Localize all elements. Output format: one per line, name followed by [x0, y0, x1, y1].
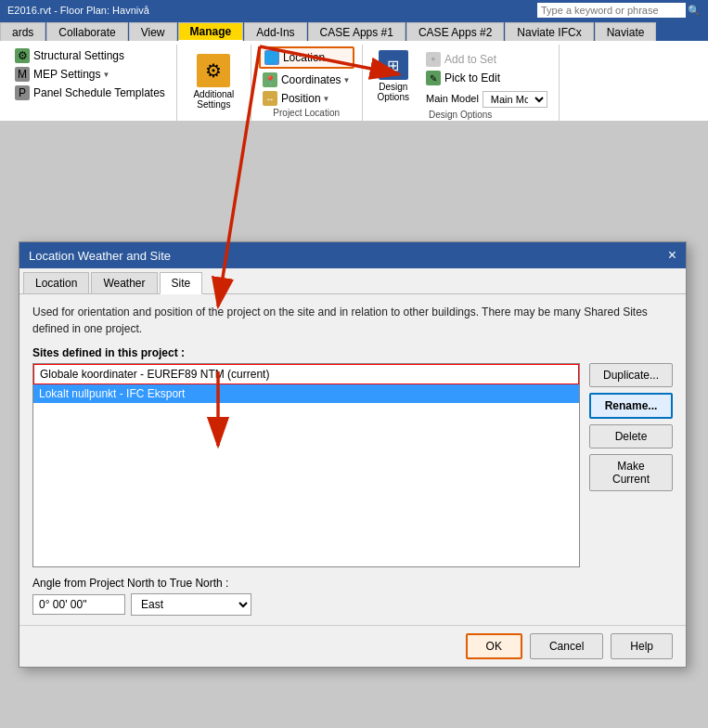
- additional-settings-icon: ⚙: [197, 54, 230, 87]
- mep-dropdown-icon: ▼: [102, 71, 109, 79]
- dialog-title-bar: Location Weather and Site ×: [19, 242, 686, 268]
- tab-case2[interactable]: CASE Apps #2: [406, 22, 504, 41]
- dialog-title: Location Weather and Site: [29, 249, 171, 263]
- location-group-label: Project Location: [273, 108, 340, 120]
- mep-icon: M: [15, 67, 30, 82]
- ribbon-group-additional: ⚙ AdditionalSettings: [177, 45, 251, 121]
- panel-icon: P: [15, 85, 30, 100]
- panel-schedule-button[interactable]: P Panel Schedule Templates: [11, 84, 169, 102]
- add-to-set-icon: +: [426, 52, 441, 67]
- ribbon-group-location: 🌐 Location 📍 Coordinates ▼ ↔ Position ▼ …: [251, 45, 363, 121]
- tab-location[interactable]: Location: [23, 272, 89, 293]
- mep-settings-button[interactable]: M MEP Settings ▼: [11, 65, 169, 84]
- angle-section: Angle from Project North to True North :…: [32, 577, 673, 616]
- title-bar: E2016.rvt - Floor Plan: Havnivå 🔍: [0, 0, 708, 20]
- angle-input[interactable]: [32, 594, 125, 615]
- ribbon-group-design-options: ⊞ DesignOptions + Add to Set ✎ Pick to E…: [363, 45, 560, 121]
- additional-settings-button[interactable]: ⚙ AdditionalSettings: [185, 50, 243, 113]
- structural-settings-button[interactable]: ⚙ Structural Settings: [11, 46, 169, 65]
- search-icon: 🔍: [688, 5, 701, 17]
- dialog-content: Used for orientation and position of the…: [19, 294, 686, 625]
- sites-list[interactable]: Globale koordinater - EUREF89 NTM (curre…: [32, 363, 580, 567]
- coordinates-dropdown-icon: ▼: [343, 76, 351, 84]
- help-button[interactable]: Help: [611, 633, 673, 659]
- design-options-button[interactable]: ⊞ DesignOptions: [370, 46, 417, 106]
- angle-row: East West: [32, 593, 673, 616]
- coordinates-button[interactable]: 📍 Coordinates ▼: [259, 71, 354, 89]
- rename-button[interactable]: Rename...: [589, 393, 673, 419]
- coordinates-icon: 📍: [263, 72, 277, 87]
- tab-naviate-ifcx[interactable]: Naviate IFCx: [505, 22, 593, 41]
- tab-manage[interactable]: Manage: [178, 22, 244, 41]
- angle-label: Angle from Project North to True North :: [32, 577, 673, 590]
- position-button[interactable]: ↔ Position ▼: [259, 89, 354, 108]
- struct-icon: ⚙: [15, 48, 30, 63]
- search-input[interactable]: [537, 3, 686, 18]
- dialog-description: Used for orientation and position of the…: [32, 304, 673, 337]
- pick-to-edit-button[interactable]: ✎ Pick to Edit: [422, 69, 551, 87]
- dialog-footer: OK Cancel Help: [19, 625, 686, 667]
- design-options-icon: ⊞: [379, 50, 408, 80]
- globe-icon: 🌐: [264, 50, 279, 65]
- location-button[interactable]: 🌐 Location: [259, 46, 354, 69]
- tab-ards[interactable]: ards: [0, 22, 45, 41]
- duplicate-button[interactable]: Duplicate...: [589, 363, 673, 387]
- ribbon-group-structural: ⚙ Structural Settings M MEP Settings ▼ P…: [4, 45, 177, 121]
- tab-addins[interactable]: Add-Ins: [244, 22, 306, 41]
- add-to-set-button[interactable]: + Add to Set: [422, 50, 551, 69]
- app-title: E2016.rvt - Floor Plan: Havnivå: [7, 5, 149, 16]
- delete-button[interactable]: Delete: [589, 424, 673, 448]
- dialog-close-button[interactable]: ×: [668, 248, 676, 263]
- position-icon: ↔: [263, 91, 277, 106]
- ribbon-toolbar: ⚙ Structural Settings M MEP Settings ▼ P…: [0, 41, 708, 123]
- sites-label: Sites defined in this project :: [32, 346, 673, 359]
- pick-icon: ✎: [426, 71, 441, 85]
- cancel-button[interactable]: Cancel: [530, 633, 603, 659]
- tab-site[interactable]: Site: [160, 272, 203, 294]
- location-weather-site-dialog: Location Weather and Site × Location Wea…: [19, 241, 687, 668]
- site-item-1[interactable]: Lokalt nullpunkt - IFC Eksport: [33, 384, 579, 403]
- make-current-button[interactable]: Make Current: [589, 454, 673, 491]
- sites-list-container: Globale koordinater - EUREF89 NTM (curre…: [32, 363, 673, 567]
- tab-weather[interactable]: Weather: [91, 272, 157, 293]
- site-item-0[interactable]: Globale koordinater - EUREF89 NTM (curre…: [33, 364, 579, 384]
- sites-action-buttons: Duplicate... Rename... Delete Make Curre…: [589, 363, 673, 567]
- tab-naviate[interactable]: Naviate: [595, 22, 657, 41]
- main-model-select[interactable]: Main Model: [483, 91, 547, 108]
- ribbon-tabs: ards Collaborate View Manage Add-Ins CAS…: [0, 20, 708, 41]
- tab-view[interactable]: View: [129, 22, 177, 41]
- ok-button[interactable]: OK: [466, 633, 522, 659]
- tab-collaborate[interactable]: Collaborate: [46, 22, 127, 41]
- dialog-tabs: Location Weather Site: [19, 268, 686, 294]
- tab-case1[interactable]: CASE Apps #1: [308, 22, 405, 41]
- main-model-row: Main Model Main Model: [422, 87, 551, 110]
- position-dropdown-icon: ▼: [323, 95, 330, 103]
- east-west-select[interactable]: East West: [131, 593, 251, 616]
